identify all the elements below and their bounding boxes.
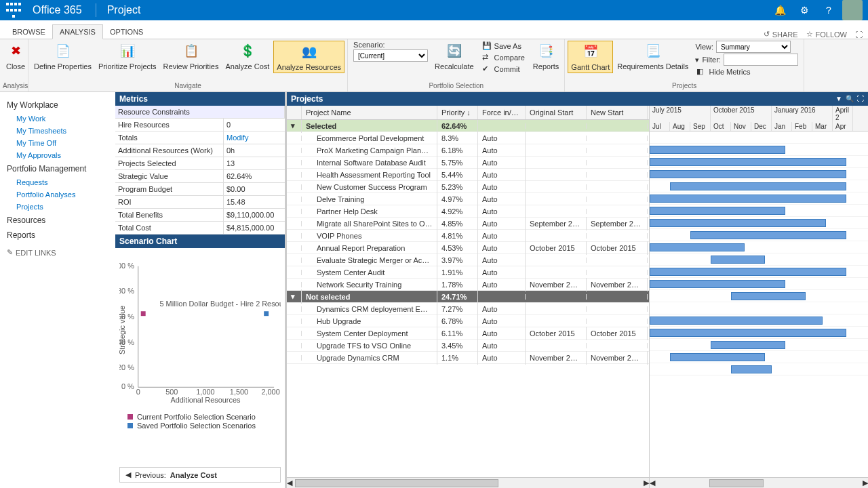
gantt-bar[interactable]	[731, 292, 806, 300]
gantt-bar[interactable]	[711, 341, 785, 349]
ribbon: ✖Close Analysis 📄Define Properties 📊Prio…	[0, 39, 868, 92]
table-row[interactable]: Health Assessment Reporting Tool5.44%Aut…	[287, 169, 649, 181]
follow-button[interactable]: ☆ FOLLOW	[806, 30, 847, 39]
tab-analysis[interactable]: ANALYSIS	[52, 24, 103, 39]
analyze-resources-button[interactable]: 👥Analyze Resources	[273, 41, 344, 73]
save-as-button[interactable]: 💾Save As	[481, 41, 526, 52]
filter-panel-icon[interactable]: ▼	[834, 94, 844, 103]
scenario-chart-header: Scenario Chart	[115, 235, 285, 248]
edit-links[interactable]: ✎EDIT LINKS	[3, 243, 113, 262]
group-row[interactable]: ▾Not selected24.71%	[287, 291, 649, 303]
table-row[interactable]: Hub Upgrade6.78%Auto	[287, 315, 649, 327]
table-row[interactable]: Evaluate Strategic Merger or Acquisiti3.…	[287, 254, 649, 266]
zoom-icon[interactable]: 🔍	[845, 94, 854, 103]
expand-icon[interactable]: ⛶	[856, 94, 865, 103]
svg-text:20 %: 20 %	[119, 364, 134, 372]
nav-portfolio-header[interactable]: Portfolio Management	[3, 161, 113, 176]
gantt-bar[interactable]	[670, 182, 846, 190]
timeline-month: Aug	[670, 122, 690, 131]
gantt-bar[interactable]	[650, 195, 846, 203]
notifications-icon[interactable]: 🔔	[769, 0, 791, 20]
gantt-bar[interactable]	[650, 170, 846, 178]
table-row[interactable]: System Center Audit1.91%Auto	[287, 266, 649, 279]
col-new-start[interactable]: New Start	[587, 106, 648, 119]
commit-button[interactable]: ✔Commit	[481, 64, 526, 75]
view-label: View:	[695, 43, 713, 51]
close-button[interactable]: ✖Close	[3, 41, 28, 72]
gantt-bar[interactable]	[670, 353, 765, 361]
scenario-select[interactable]: [Current]	[353, 49, 428, 62]
hide-metrics-button[interactable]: ◧Hide Metrics	[695, 66, 798, 77]
gantt-bar[interactable]	[650, 207, 785, 215]
nav-my-time-off[interactable]: My Time Off	[3, 137, 113, 149]
settings-icon[interactable]: ⚙	[793, 0, 815, 20]
nav-my-work[interactable]: My Work	[3, 113, 113, 125]
table-row[interactable]: New Customer Success Program5.23%Auto	[287, 181, 649, 193]
review-icon: 📋	[182, 42, 201, 61]
table-row[interactable]: Upgrade TFS to VSO Online3.45%Auto	[287, 340, 649, 352]
focus-icon[interactable]: ⛶	[855, 30, 863, 39]
gantt-bar[interactable]	[650, 280, 785, 288]
gantt-bar[interactable]	[690, 231, 846, 239]
gantt-bar[interactable]	[650, 317, 823, 325]
table-row[interactable]: Upgrade Dynamics CRM1.1%AutoNovember 201…	[287, 352, 649, 364]
filter-input[interactable]	[724, 54, 798, 66]
gantt-bar[interactable]	[711, 256, 765, 264]
gantt-bar[interactable]	[650, 243, 745, 251]
gantt-chart-button[interactable]: 📅Gantt Chart	[568, 41, 613, 73]
col-original-start[interactable]: Original Start	[526, 106, 587, 119]
tab-options[interactable]: OPTIONS	[103, 25, 151, 39]
reports-button[interactable]: 📑Reports	[530, 41, 562, 72]
compare-button[interactable]: ⇄Compare	[481, 52, 526, 63]
gantt-bar[interactable]	[650, 219, 826, 227]
table-row[interactable]: Ecommerce Portal Development8.3%Auto	[287, 132, 649, 144]
gantt-bar[interactable]	[650, 329, 846, 337]
table-row[interactable]: Delve Training4.97%Auto	[287, 193, 649, 205]
analyze-cost-button[interactable]: 💲Analyze Cost	[223, 41, 273, 72]
nav-resources[interactable]: Resources	[3, 213, 113, 228]
nav-reports[interactable]: Reports	[3, 228, 113, 243]
table-row[interactable]: Annual Report Preparation4.53%AutoOctobe…	[287, 242, 649, 254]
nav-workplace-header[interactable]: My Workplace	[3, 98, 113, 113]
prioritize-projects-button[interactable]: 📊Prioritize Projects	[96, 41, 159, 72]
col-force[interactable]: Force in/out	[478, 106, 526, 119]
table-row[interactable]: Internal Software Database Audit5.75%Aut…	[287, 157, 649, 169]
nav-requests[interactable]: Requests	[3, 176, 113, 188]
table-row[interactable]: Partner Help Desk4.92%Auto	[287, 205, 649, 218]
recalculate-button[interactable]: 🔄Recalculate	[432, 41, 476, 72]
gantt-bar[interactable]	[731, 365, 772, 373]
group-row[interactable]: ▾Selected62.64%	[287, 120, 649, 132]
nav-projects[interactable]: Projects	[3, 201, 113, 213]
help-icon[interactable]: ?	[818, 0, 840, 20]
define-properties-button[interactable]: 📄Define Properties	[31, 41, 94, 72]
requirements-details-button[interactable]: 📃Requirements Details	[614, 41, 691, 72]
resources-icon: 👥	[300, 43, 319, 62]
gantt-bar[interactable]	[650, 158, 846, 166]
col-priority[interactable]: Priority ↓	[437, 106, 478, 119]
gantt-hscroll[interactable]: ◀▶	[650, 477, 868, 488]
metric-value: $9,110,000.00	[224, 209, 285, 221]
table-row[interactable]: Network Security Training1.78%AutoNovemb…	[287, 279, 649, 291]
previous-analyze-cost[interactable]: ◀ Previous: Analyze Cost	[119, 467, 281, 483]
nav-portfolio-analyses[interactable]: Portfolio Analyses	[3, 188, 113, 201]
table-row[interactable]: VOIP Phones4.81%Auto	[287, 230, 649, 242]
app-title[interactable]: Project	[107, 4, 141, 16]
review-priorities-button[interactable]: 📋Review Priorities	[161, 41, 222, 72]
gantt-bar[interactable]	[650, 268, 846, 276]
timeline-month: Mar	[812, 122, 833, 131]
table-row[interactable]: Dynamics CRM deployement EMEA7.27%Auto	[287, 303, 649, 315]
table-row[interactable]: Migrate all SharePoint Sites to Office 3…	[287, 218, 649, 230]
nav-my-approvals[interactable]: My Approvals	[3, 149, 113, 161]
tab-browse[interactable]: BROWSE	[5, 25, 52, 39]
gantt-bar[interactable]	[650, 146, 785, 154]
nav-my-timesheets[interactable]: My Timesheets	[3, 125, 113, 137]
share-button[interactable]: ↺ SHARE	[764, 30, 798, 39]
grid-hscroll[interactable]: ◀▶	[287, 477, 649, 488]
table-row[interactable]: ProX Marketing Campaign Planning6.18%Aut…	[287, 144, 649, 157]
table-row[interactable]: System Center Deployment6.11%AutoOctober…	[287, 327, 649, 340]
avatar[interactable]	[842, 0, 863, 20]
col-project-name[interactable]: Project Name	[302, 106, 437, 119]
view-select[interactable]: Summary	[716, 41, 791, 53]
metric-value[interactable]: Modify	[224, 131, 285, 144]
app-launcher-icon[interactable]	[5, 2, 22, 18]
